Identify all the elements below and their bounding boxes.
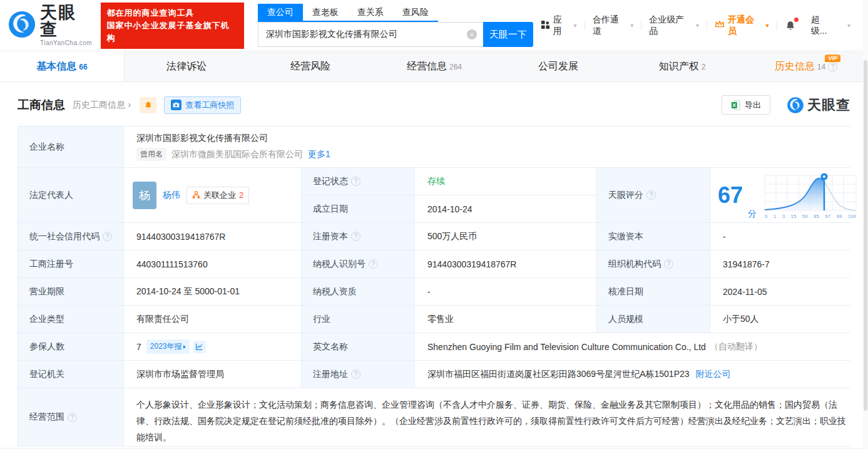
vip-badge: VIP — [825, 54, 840, 62]
tab-operation-risk[interactable]: 经营风险 — [248, 51, 372, 81]
company-name-text: 深圳市国影影视文化传播有限公司 — [136, 133, 268, 144]
notifications-bell[interactable] — [777, 20, 804, 31]
nav-apps[interactable]: 应用 ▾ — [533, 14, 585, 37]
value-taxpayer-quality: - — [415, 278, 596, 305]
label-org-code: 组织机构代码 — [597, 250, 710, 277]
watermark-text: 天眼查 — [807, 96, 850, 115]
help-icon[interactable] — [68, 413, 77, 422]
search-tabs: 查公司 查老板 查关系 查风险 — [258, 4, 438, 22]
search-input[interactable] — [258, 22, 483, 47]
label-business-term: 营业期限 — [18, 278, 123, 305]
label-establish-date: 成立日期 — [302, 195, 414, 222]
monitor-bell-button[interactable] — [140, 97, 156, 113]
history-business-info-link[interactable]: 历史工商信息 — [73, 99, 131, 111]
snapshot-button-label: 查看工商快照 — [185, 100, 234, 111]
score-distribution-chart: 0131550859799100 — [762, 172, 859, 219]
related-companies-badge[interactable]: 关联企业 2 — [186, 187, 249, 204]
top-nav: 应用 ▾ 合作通道 ▾ 企业级产品 ▾ 开通会员 ▾ 超级... ▾ — [533, 14, 858, 37]
export-button[interactable]: 导出 — [722, 95, 770, 115]
legal-representative-link[interactable]: 杨伟 — [163, 190, 180, 201]
search-tab-company[interactable]: 查公司 — [258, 4, 303, 21]
score-axis-labels: 0131550859799100 — [765, 214, 856, 219]
label-legal-representative: 法定代表人 — [18, 168, 123, 222]
company-page-tabs: 基本信息 66 法律诉讼 经营风险 经营信息 264 公司发展 知识产权 2 V… — [0, 51, 868, 82]
excel-icon — [731, 100, 741, 110]
search-button[interactable]: 天眼一下 — [483, 22, 533, 47]
nav-vip-label: 开通会员 — [728, 14, 763, 37]
help-icon[interactable] — [351, 232, 360, 241]
value-registration-authority: 深圳市市场监督管理局 — [124, 361, 301, 388]
tab-history-info[interactable]: VIP 历史信息 14 — [744, 51, 868, 81]
nav-super-vip[interactable]: 超级... ▾ — [804, 14, 858, 37]
section-title: 工商信息 — [18, 97, 65, 113]
annual-report-badge[interactable]: 2023年报 — [146, 339, 190, 354]
tab-operation-info[interactable]: 经营信息 264 — [372, 51, 496, 81]
nav-enterprise[interactable]: 企业级产品 ▾ — [641, 14, 707, 37]
label-registration-number: 工商注册号 — [18, 250, 123, 277]
business-info-section-header: 工商信息 历史工商信息 查看工商快照 导出 天眼查 — [0, 82, 868, 124]
auto-translate-note: （自动翻译） — [710, 341, 762, 353]
status-badge: 存续 — [427, 176, 445, 187]
bell-icon — [785, 20, 796, 31]
label-tianyan-score: 天眼评分 — [597, 168, 710, 222]
value-staff-size: 小于50人 — [710, 306, 868, 333]
view-business-snapshot-button[interactable]: 查看工商快照 — [164, 96, 241, 114]
label-registration-authority: 登记机关 — [18, 361, 123, 388]
tab-label: 经营信息 — [407, 60, 447, 73]
tab-company-development[interactable]: 公司发展 — [496, 51, 620, 81]
chevron-down-icon: ▾ — [766, 22, 769, 29]
value-company-name: 深圳市国影影视文化传播有限公司 曾用名 深圳市微颜美肌国际会所有限公司 更多1 — [124, 126, 868, 167]
former-name-text: 深圳市微颜美肌国际会所有限公司 — [171, 149, 303, 160]
clear-search-icon[interactable] — [467, 29, 477, 39]
help-icon[interactable] — [828, 62, 837, 71]
nav-super-label: 超级... — [811, 14, 835, 37]
scrollbar[interactable] — [863, 0, 868, 449]
value-paid-capital: - — [710, 223, 868, 250]
value-credit-code: 91440300319418767R — [124, 223, 301, 250]
label-registered-capital: 注册资本 — [302, 223, 414, 250]
chevron-down-icon: ▾ — [696, 22, 699, 29]
label-taxpayer-id: 纳税人识别号 — [302, 250, 414, 277]
help-icon[interactable] — [369, 259, 378, 269]
address-text: 深圳市福田区福田街道岗厦社区彩田路3069号星河世纪A栋1501P23 — [427, 369, 690, 380]
slogan-banner: 都在用的商业查询工具 国家中小企业发展子基金旗下机构 — [101, 3, 244, 49]
search-tab-relation[interactable]: 查关系 — [348, 4, 393, 21]
help-icon[interactable] — [103, 232, 112, 241]
search-tab-risk[interactable]: 查风险 — [393, 4, 438, 21]
trend-chart-button[interactable] — [193, 341, 206, 353]
tianyancha-watermark: 天眼查 — [787, 96, 850, 115]
avatar[interactable]: 杨 — [133, 182, 156, 209]
search-tab-boss[interactable]: 查老板 — [303, 4, 348, 21]
help-icon[interactable] — [351, 369, 360, 379]
value-registered-address: 深圳市福田区福田街道岗厦社区彩田路3069号星河世纪A栋1501P23 附近公司 — [415, 361, 868, 388]
more-former-names-link[interactable]: 更多1 — [308, 149, 330, 160]
help-icon[interactable] — [646, 190, 656, 200]
value-registered-capital: 500万人民币 — [415, 223, 596, 250]
value-industry: 零售业 — [415, 306, 596, 333]
business-info-table: 企业名称 深圳市国影影视文化传播有限公司 曾用名 深圳市微颜美肌国际会所有限公司… — [18, 126, 850, 446]
label-company-name: 企业名称 — [18, 126, 123, 167]
help-icon[interactable] — [664, 259, 673, 269]
tianyancha-logo[interactable]: 天眼查 TianYanCha.com — [8, 4, 94, 46]
chevron-down-icon: ▾ — [630, 22, 633, 29]
nav-partner-label: 合作通道 — [593, 14, 628, 37]
related-companies-label: 关联企业 — [203, 190, 236, 201]
label-english-name: 英文名称 — [302, 333, 414, 360]
value-business-scope: 个人形象设计、企业形象设计；文化活动策划；商务信息咨询、企业管理咨询（不含人才中… — [124, 388, 868, 446]
bell-icon — [144, 101, 153, 110]
help-icon[interactable] — [351, 177, 360, 186]
export-button-label: 导出 — [745, 100, 761, 111]
label-paid-capital: 实缴资本 — [597, 223, 710, 250]
tab-basic-info[interactable]: 基本信息 66 — [0, 51, 125, 81]
nav-partner[interactable]: 合作通道 ▾ — [585, 14, 641, 37]
tab-intellectual-property[interactable]: 知识产权 2 — [620, 51, 744, 81]
label-industry: 行业 — [302, 306, 414, 333]
value-approval-date: 2024-11-05 — [710, 278, 868, 305]
nearby-companies-link[interactable]: 附近公司 — [696, 369, 731, 380]
scrollbar-thumb[interactable] — [864, 60, 867, 411]
tab-legal-litigation[interactable]: 法律诉讼 — [125, 51, 248, 81]
top-header: 天眼查 TianYanCha.com 都在用的商业查询工具 国家中小企业发展子基… — [0, 0, 868, 51]
nav-vip[interactable]: 开通会员 ▾ — [707, 14, 777, 37]
label-approval-date: 核准日期 — [597, 278, 710, 305]
insured-count-number: 7 — [136, 342, 141, 352]
